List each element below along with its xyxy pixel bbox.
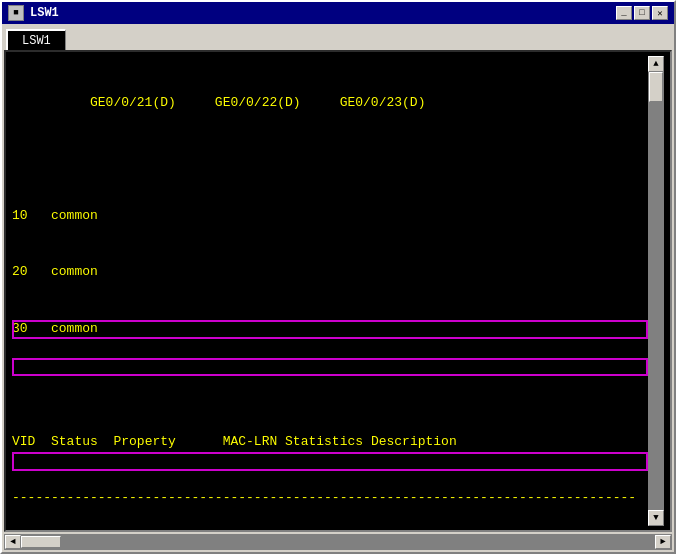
terminal-line-1 — [12, 150, 648, 169]
terminal-line-4: 30 common — [12, 320, 648, 339]
window-title: LSW1 — [30, 6, 59, 20]
terminal-line-2: 10 common — [12, 207, 648, 226]
title-bar: ■ LSW1 _ □ ✕ — [2, 2, 674, 24]
scroll-left-button[interactable]: ◄ — [5, 535, 21, 549]
hscroll-track[interactable] — [21, 535, 655, 549]
terminal-area: GE0/0/21(D) GE0/0/22(D) GE0/0/23(D) 10 c… — [4, 50, 672, 532]
close-button[interactable]: ✕ — [652, 6, 668, 20]
terminal-line-0: GE0/0/21(D) GE0/0/22(D) GE0/0/23(D) — [12, 94, 648, 113]
maximize-button[interactable]: □ — [634, 6, 650, 20]
terminal-line-6: VID Status Property MAC-LRN Statistics D… — [12, 433, 648, 452]
scroll-right-button[interactable]: ► — [655, 535, 671, 549]
minimize-button[interactable]: _ — [616, 6, 632, 20]
title-buttons: _ □ ✕ — [616, 6, 668, 20]
hscroll-thumb[interactable] — [21, 536, 61, 548]
vertical-scrollbar: ▲ ▼ — [648, 56, 664, 526]
title-bar-left: ■ LSW1 — [8, 5, 59, 21]
terminal-content: GE0/0/21(D) GE0/0/22(D) GE0/0/23(D) 10 c… — [12, 56, 648, 526]
horizontal-scrollbar: ◄ ► — [4, 534, 672, 550]
scroll-thumb[interactable] — [649, 72, 663, 102]
scroll-up-button[interactable]: ▲ — [648, 56, 664, 72]
scroll-track[interactable] — [648, 72, 664, 510]
terminal-line-3: 20 common — [12, 263, 648, 282]
window-icon: ■ — [8, 5, 24, 21]
main-window: ■ LSW1 _ □ ✕ LSW1 GE0/0/21(D) GE0/0/22(D… — [0, 0, 676, 554]
terminal-line-7: ----------------------------------------… — [12, 489, 648, 508]
tab-bar: LSW1 — [2, 24, 674, 50]
terminal-line-5 — [12, 376, 648, 395]
scroll-down-button[interactable]: ▼ — [648, 510, 664, 526]
tab-lsw1[interactable]: LSW1 — [6, 29, 66, 51]
